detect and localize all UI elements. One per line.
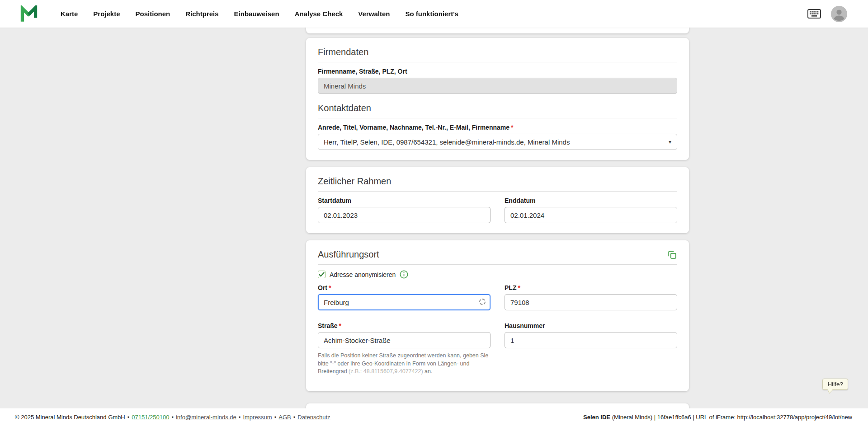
- ort-label: Ort*: [318, 284, 491, 291]
- anonymize-label[interactable]: Adresse anonymisieren: [330, 271, 396, 278]
- separator: •: [274, 414, 277, 421]
- top-navbar: Karte Projekte Positionen Richtpreis Ein…: [0, 0, 868, 28]
- hausnummer-field: Hausnummer: [505, 317, 677, 381]
- main-nav: Karte Projekte Positionen Richtpreis Ein…: [61, 10, 458, 18]
- separator: •: [239, 414, 241, 421]
- hausnummer-input[interactable]: [505, 332, 677, 348]
- enddatum-input[interactable]: [505, 207, 677, 223]
- navbar-right: [807, 6, 847, 22]
- separator: •: [127, 414, 130, 421]
- phone-link[interactable]: 07151/250100: [132, 414, 169, 421]
- ausfuehrungsort-card: Ausführungsort Adresse anonymisieren: [306, 240, 689, 391]
- datenschutz-link[interactable]: Datenschutz: [297, 414, 330, 421]
- chevron-down-icon: ▾: [669, 139, 671, 145]
- footer: © 2025 Mineral Minds Deutschland GmbH • …: [0, 408, 868, 426]
- separator: •: [171, 414, 174, 421]
- ausfuehrungsort-title: Ausführungsort: [318, 249, 379, 260]
- agb-link[interactable]: AGB: [278, 414, 291, 421]
- ort-input[interactable]: [318, 294, 491, 310]
- user-avatar-button[interactable]: [831, 6, 847, 22]
- loading-spinner-icon: [479, 299, 486, 305]
- required-marker: *: [511, 124, 513, 131]
- section-divider: [318, 118, 677, 118]
- startdatum-label-text: Startdatum: [318, 197, 351, 204]
- enddatum-label: Enddatum: [505, 197, 677, 204]
- kontakt-label-text: Anrede, Titel, Vorname, Nachname, Tel.-N…: [318, 124, 509, 131]
- plz-input[interactable]: [505, 294, 677, 310]
- nav-item-verwalten[interactable]: Verwalten: [358, 10, 390, 18]
- user-avatar-icon: [831, 6, 847, 22]
- firmenname-label: Firmenname, Straße, PLZ, Ort: [318, 68, 677, 75]
- section-divider: [318, 264, 677, 265]
- impressum-link[interactable]: Impressum: [243, 414, 272, 421]
- hausnummer-label-text: Hausnummer: [505, 322, 545, 329]
- info-button[interactable]: [400, 270, 408, 279]
- checkmark-icon: [319, 272, 325, 277]
- strasse-input[interactable]: [318, 332, 491, 348]
- startdatum-input[interactable]: [318, 207, 491, 223]
- required-marker: *: [518, 284, 520, 291]
- help-button[interactable]: Hilfe?: [822, 379, 848, 390]
- hint-suffix: an.: [423, 368, 433, 375]
- plz-label: PLZ*: [505, 284, 677, 291]
- strasse-field: Straße* Falls die Position keiner Straße…: [318, 317, 491, 381]
- ort-label-text: Ort: [318, 284, 327, 291]
- nav-item-projekte[interactable]: Projekte: [93, 10, 120, 18]
- ide-info: (Mineral Minds) | 16fae1ffc6a6 | URL of …: [610, 414, 852, 421]
- firmendaten-title: Firmendaten: [318, 47, 677, 57]
- form-content: Firmendaten Firmenname, Straße, PLZ, Ort…: [306, 28, 689, 426]
- anonymize-row: Adresse anonymisieren: [318, 270, 677, 279]
- nav-item-so-funktionierts[interactable]: So funktioniert's: [405, 10, 458, 18]
- footer-right: Selen IDE (Mineral Minds) | 16fae1ffc6a6…: [583, 414, 852, 421]
- kontakt-label: Anrede, Titel, Vorname, Nachname, Tel.-N…: [318, 124, 677, 131]
- firmenname-label-text: Firmenname, Straße, PLZ, Ort: [318, 68, 407, 75]
- keyboard-icon: [807, 9, 821, 19]
- copy-icon: [667, 250, 677, 260]
- section-divider: [318, 62, 677, 62]
- kontakt-select-value: Herr, TitelP, Selen, IDE, 0987/654321, s…: [324, 138, 570, 146]
- strasse-hint: Falls die Position keiner Straße zugeord…: [318, 352, 491, 376]
- anonymize-checkbox[interactable]: [318, 271, 326, 278]
- info-icon: [400, 270, 408, 279]
- enddatum-field: Enddatum: [505, 192, 677, 223]
- separator: •: [293, 414, 296, 421]
- strasse-label: Straße*: [318, 322, 491, 329]
- hausnummer-label: Hausnummer: [505, 322, 677, 329]
- kontakt-select[interactable]: Herr, TitelP, Selen, IDE, 0987/654321, s…: [318, 134, 677, 150]
- required-marker: *: [329, 284, 331, 291]
- hint-example: (z.B.: 48.8115607,9.4077422): [349, 368, 423, 375]
- zeitraum-title: Zeitlicher Rahmen: [318, 176, 677, 187]
- nav-item-karte[interactable]: Karte: [61, 10, 78, 18]
- nav-item-analyse-check[interactable]: Analyse Check: [295, 10, 343, 18]
- required-marker: *: [339, 322, 341, 329]
- nav-item-richtpreis[interactable]: Richtpreis: [185, 10, 218, 18]
- email-link[interactable]: info@mineral-minds.de: [176, 414, 236, 421]
- copy-address-button[interactable]: [667, 250, 677, 260]
- footer-left: © 2025 Mineral Minds Deutschland GmbH • …: [15, 414, 330, 421]
- enddatum-label-text: Enddatum: [505, 197, 535, 204]
- zeitraum-card: Zeitlicher Rahmen Startdatum Enddatum: [306, 167, 689, 233]
- logo-m-icon: [20, 5, 38, 22]
- nav-item-positionen[interactable]: Positionen: [136, 10, 170, 18]
- ort-field: Ort*: [318, 279, 491, 310]
- startdatum-field: Startdatum: [318, 192, 491, 223]
- keyboard-button[interactable]: [807, 9, 821, 19]
- plz-label-text: PLZ: [505, 284, 516, 291]
- plz-field: PLZ*: [505, 279, 677, 310]
- mineral-minds-logo[interactable]: [20, 5, 38, 22]
- firmendaten-card: Firmendaten Firmenname, Straße, PLZ, Ort…: [306, 38, 689, 160]
- nav-item-einbauweisen[interactable]: Einbauweisen: [234, 10, 279, 18]
- strasse-label-text: Straße: [318, 322, 338, 329]
- ide-name: Selen IDE: [583, 414, 610, 421]
- startdatum-label: Startdatum: [318, 197, 491, 204]
- kontaktdaten-title: Kontaktdaten: [318, 103, 677, 113]
- firmenname-input: [318, 78, 677, 94]
- copyright-text: © 2025 Mineral Minds Deutschland GmbH: [15, 414, 125, 421]
